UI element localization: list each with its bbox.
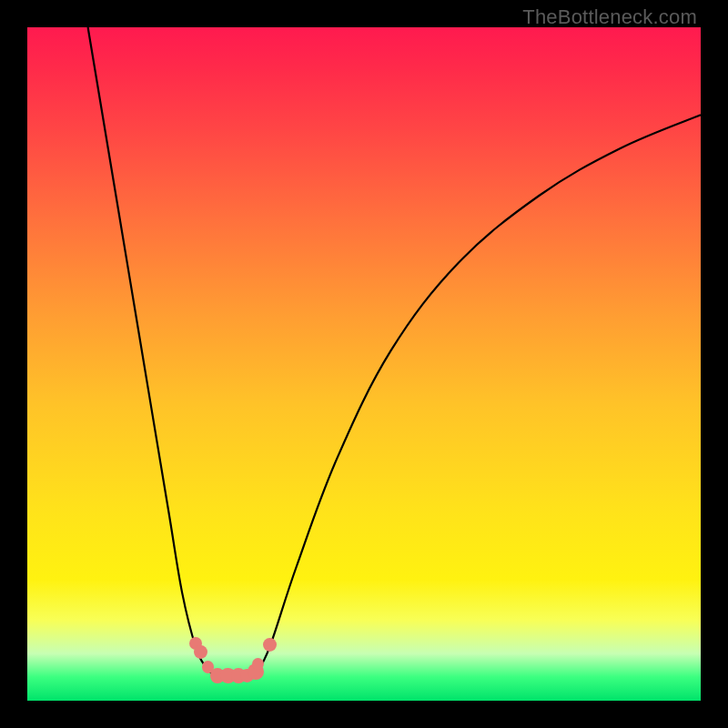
chart-frame: TheBottleneck.com <box>0 0 728 728</box>
plot-area <box>27 27 701 701</box>
watermark-text: TheBottleneck.com <box>522 5 697 29</box>
bottleneck-curve <box>27 27 701 701</box>
data-marker <box>194 645 207 659</box>
data-marker <box>263 638 277 652</box>
